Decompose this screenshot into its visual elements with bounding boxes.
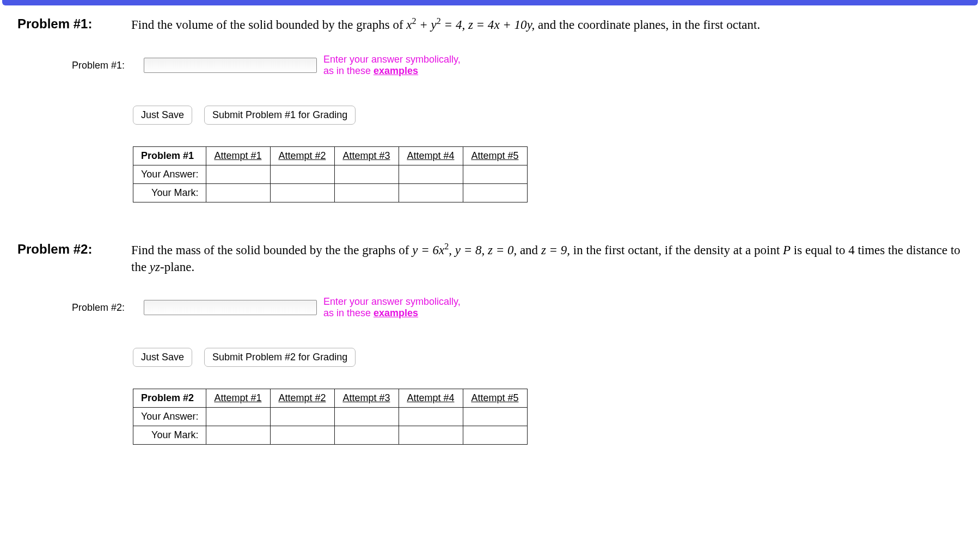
- attempt-header-3[interactable]: Attempt #3: [335, 146, 399, 165]
- problem-2-label: Problem #2:: [17, 241, 124, 257]
- problem-1-hint: Enter your answer symbolically, as in th…: [323, 54, 461, 77]
- attempt-header-4[interactable]: Attempt #4: [399, 146, 463, 165]
- problem-1-your-mark-label: Your Mark:: [133, 183, 206, 202]
- problem-2-your-answer-label: Your Answer:: [133, 407, 206, 426]
- problem-2-examples-link[interactable]: examples: [373, 308, 418, 318]
- attempt-header-3[interactable]: Attempt #3: [335, 389, 399, 407]
- problem-1-save-button[interactable]: Just Save: [133, 106, 192, 125]
- problem-2-hint: Enter your answer symbolically, as in th…: [323, 296, 461, 319]
- problem-1-examples-link[interactable]: examples: [373, 65, 418, 76]
- problem-2-hint-line1: Enter your answer symbolically,: [323, 296, 461, 307]
- problem-1-text-pre: Find the volume of the solid bounded by …: [131, 18, 406, 32]
- attempt-header-5[interactable]: Attempt #5: [463, 389, 528, 407]
- attempt-header-2[interactable]: Attempt #2: [271, 389, 335, 407]
- problem-1-answer-input[interactable]: [144, 58, 317, 73]
- problem-2-answer-label: Problem #2:: [72, 302, 137, 314]
- mark-cell: [463, 426, 528, 444]
- answer-cell: [206, 407, 271, 426]
- table-row: Your Mark:: [133, 183, 528, 202]
- problem-1-header: Problem #1: Find the volume of the solid…: [17, 15, 965, 33]
- problem-1-text-post: and the coordinate planes, in the first …: [535, 18, 760, 32]
- answer-cell: [335, 407, 399, 426]
- mark-cell: [463, 183, 528, 202]
- mark-cell: [335, 426, 399, 444]
- answer-cell: [206, 165, 271, 183]
- problem-2-math: y = 6x2, y = 8, z = 0,: [412, 243, 517, 257]
- problem-2-text-pre: Find the mass of the solid bounded by th…: [131, 243, 412, 257]
- problem-1-your-answer-label: Your Answer:: [133, 165, 206, 183]
- answer-cell: [271, 407, 335, 426]
- problem-2-your-mark-label: Your Mark:: [133, 426, 206, 444]
- problem-2-block: Problem #2: Find the mass of the solid b…: [17, 241, 965, 445]
- problem-2-save-button[interactable]: Just Save: [133, 348, 192, 367]
- problem-2-submit-button[interactable]: Submit Problem #2 for Grading: [204, 348, 356, 367]
- problem-1-hint-line1: Enter your answer symbolically,: [323, 54, 461, 65]
- answer-cell: [399, 407, 463, 426]
- table-row: Problem #1 Attempt #1 Attempt #2 Attempt…: [133, 146, 528, 165]
- problem-2-and: and: [517, 243, 541, 257]
- problem-1-label: Problem #1:: [17, 15, 124, 32]
- answer-cell: [463, 407, 528, 426]
- problem-2-text-post: in the first octant, if the density at a…: [570, 243, 783, 257]
- problem-2-text-post3: -plane.: [160, 260, 194, 274]
- mark-cell: [399, 183, 463, 202]
- mark-cell: [271, 183, 335, 202]
- mark-cell: [335, 183, 399, 202]
- attempt-header-5[interactable]: Attempt #5: [463, 146, 528, 165]
- table-row: Your Mark:: [133, 426, 528, 444]
- answer-cell: [271, 165, 335, 183]
- problem-1-attempts-table: Problem #1 Attempt #1 Attempt #2 Attempt…: [133, 146, 528, 202]
- table-row: Your Answer:: [133, 407, 528, 426]
- problem-1-block: Problem #1: Find the volume of the solid…: [17, 15, 965, 202]
- answer-cell: [399, 165, 463, 183]
- problem-1-answer-row: Problem #1: Enter your answer symbolical…: [72, 54, 965, 77]
- answer-cell: [335, 165, 399, 183]
- problem-1-attempts-table-wrap: Problem #1 Attempt #1 Attempt #2 Attempt…: [133, 146, 965, 202]
- mark-cell: [399, 426, 463, 444]
- problem-2-hint-line2: as in these: [323, 308, 373, 318]
- problem-2-header: Problem #2: Find the mass of the solid b…: [17, 241, 965, 275]
- problem-1-answer-label: Problem #1:: [72, 60, 137, 71]
- page-content: Problem #1: Find the volume of the solid…: [0, 15, 980, 505]
- problem-2-answer-row: Problem #2: Enter your answer symbolical…: [72, 296, 965, 319]
- attempt-header-4[interactable]: Attempt #4: [399, 389, 463, 407]
- problem-1-math: x2 + y2 = 4, z = 4x + 10y,: [406, 18, 535, 32]
- answer-cell: [463, 165, 528, 183]
- problem-2-text: Find the mass of the solid bounded by th…: [131, 241, 965, 275]
- problem-1-text: Find the volume of the solid bounded by …: [131, 15, 760, 33]
- problem-2-attempts-table-wrap: Problem #2 Attempt #1 Attempt #2 Attempt…: [133, 389, 965, 445]
- problem-1-submit-button[interactable]: Submit Problem #1 for Grading: [204, 106, 356, 125]
- problem-2-math3: z = 9,: [541, 243, 570, 257]
- problem-2-P: P: [783, 243, 791, 257]
- problem-1-table-corner: Problem #1: [133, 146, 206, 165]
- table-row: Problem #2 Attempt #1 Attempt #2 Attempt…: [133, 389, 528, 407]
- attempt-header-1[interactable]: Attempt #1: [206, 389, 271, 407]
- table-row: Your Answer:: [133, 165, 528, 183]
- problem-2-yz: yz: [150, 260, 160, 274]
- attempt-header-2[interactable]: Attempt #2: [271, 146, 335, 165]
- attempt-header-1[interactable]: Attempt #1: [206, 146, 271, 165]
- problem-2-answer-input[interactable]: [144, 300, 317, 315]
- problem-1-hint-line2: as in these: [323, 65, 373, 76]
- mark-cell: [206, 183, 271, 202]
- problem-2-button-row: Just Save Submit Problem #2 for Grading: [133, 348, 965, 367]
- mark-cell: [206, 426, 271, 444]
- problem-2-attempts-table: Problem #2 Attempt #1 Attempt #2 Attempt…: [133, 389, 528, 445]
- problem-1-button-row: Just Save Submit Problem #1 for Grading: [133, 106, 965, 125]
- top-accent-bar: [2, 0, 978, 5]
- problem-2-table-corner: Problem #2: [133, 389, 206, 407]
- mark-cell: [271, 426, 335, 444]
